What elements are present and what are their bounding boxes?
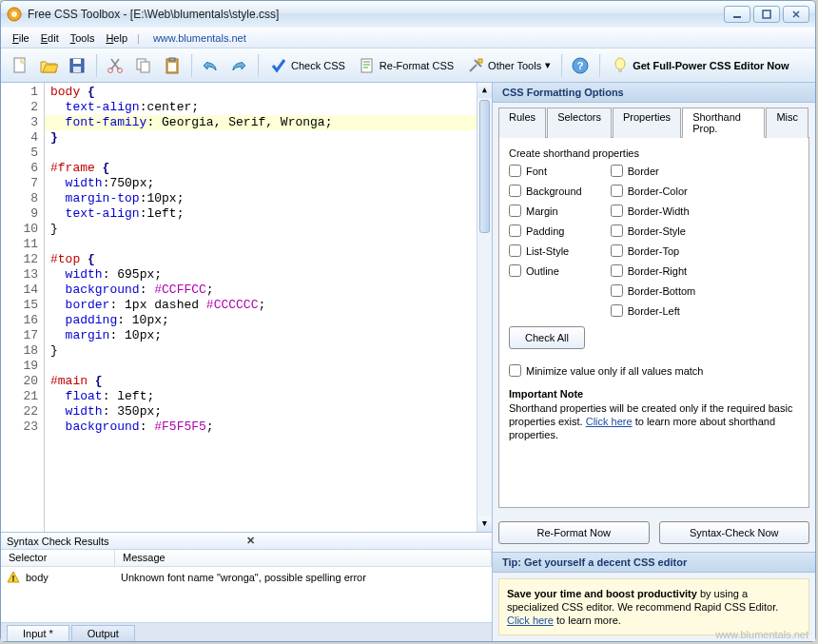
undo-button[interactable] [197,52,224,79]
tip-link[interactable]: Click here [507,615,554,626]
svg-rect-6 [73,59,81,64]
checkbox-border-style[interactable]: Border-Style [611,224,696,237]
tab-properties[interactable]: Properties [613,107,681,138]
checkbox-border-width[interactable]: Border-Width [611,205,696,217]
col-selector[interactable]: Selector [1,550,115,566]
tab-rules[interactable]: Rules [498,107,546,138]
tip-body: Save your time and boost productivity by… [498,578,809,635]
help-button[interactable]: ? [567,52,594,79]
menu-file[interactable]: File [7,30,35,46]
svg-point-9 [118,68,123,72]
svg-rect-3 [763,10,770,18]
svg-rect-14 [168,63,176,71]
reformat-now-button[interactable]: Re-Format Now [498,521,650,544]
scrollbar[interactable]: ▴ ▾ [477,83,492,532]
toolbar: Check CSS Re-Format CSS Other Tools ▾ ? … [1,49,815,83]
svg-text:!: ! [12,574,15,583]
svg-point-19 [615,58,625,69]
col-message[interactable]: Message [115,550,492,566]
svg-rect-2 [733,16,741,18]
tab-misc[interactable]: Misc [766,107,808,138]
lightbulb-icon [612,57,629,74]
svg-rect-15 [361,59,372,72]
paste-button[interactable] [159,52,185,79]
menu-link-blumentals[interactable]: www.blumentals.net [153,32,246,44]
code-editor[interactable]: 1234567891011121314151617181920212223 bo… [1,83,492,532]
svg-text:?: ? [577,60,584,71]
footer-url: www.blumentals.net [715,629,808,640]
new-button[interactable] [7,52,33,79]
scroll-down-button[interactable]: ▾ [477,517,492,532]
checkbox-padding[interactable]: Padding [509,224,582,237]
titlebar: Free CSS Toolbox - [E:\Web\blumentals\st… [1,1,815,28]
svg-rect-20 [618,69,622,72]
syntax-results-title: Syntax Check Results [7,536,246,547]
window-title: Free CSS Toolbox - [E:\Web\blumentals\st… [28,8,724,21]
checkbox-border-top[interactable]: Border-Top [611,244,696,257]
menu-help[interactable]: Help [100,30,133,46]
note-body: Shorthand properties will be created onl… [509,401,799,441]
scroll-up-button[interactable]: ▴ [477,83,492,98]
checkbox-border-bottom[interactable]: Border-Bottom [611,284,696,297]
checkbox-outline[interactable]: Outline [509,264,582,277]
close-syntax-button[interactable]: ✕ [246,535,486,547]
svg-rect-11 [141,62,149,72]
bottom-tabs: Input * Output [1,622,492,641]
copy-button[interactable] [130,52,157,79]
svg-point-8 [108,68,113,72]
note-title: Important Note [509,388,799,400]
options-tabs: Rules Selectors Properties Shorthand Pro… [493,103,815,137]
checkbox-background[interactable]: Background [509,185,582,197]
menu-tools[interactable]: Tools [65,30,101,46]
chevron-down-icon: ▾ [545,59,551,71]
minimize-checkbox[interactable]: Minimize value only if all values match [509,364,799,377]
checkbox-list-style[interactable]: List-Style [509,244,582,257]
warning-icon: ! [7,571,20,584]
svg-rect-13 [169,58,175,61]
formatting-options-header: CSS Formatting Options [493,83,815,103]
svg-rect-7 [73,67,81,72]
app-icon [7,7,22,22]
maximize-button[interactable] [753,6,780,23]
svg-point-1 [11,11,17,17]
check-all-button[interactable]: Check All [509,326,585,349]
redo-button[interactable] [225,52,252,79]
minimize-button[interactable] [724,6,750,23]
note-link[interactable]: Click here [586,416,633,427]
tab-shorthand[interactable]: Shorthand Prop. [682,107,765,138]
line-gutter: 1234567891011121314151617181920212223 [1,83,45,532]
menu-edit[interactable]: Edit [35,30,65,46]
checkbox-font[interactable]: Font [509,165,582,177]
other-tools-button[interactable]: Other Tools ▾ [460,52,557,79]
syntax-check-now-button[interactable]: Syntax-Check Now [659,521,810,544]
scroll-thumb[interactable] [479,100,490,233]
tab-selectors[interactable]: Selectors [547,107,612,138]
checkbox-border[interactable]: Border [611,165,696,177]
menubar: File Edit Tools Help | www.blumentals.ne… [1,28,815,49]
check-css-button[interactable]: Check CSS [263,52,352,79]
tip-header: Tip: Get yourself a decent CSS editor [493,552,815,573]
tab-output[interactable]: Output [71,625,135,641]
save-button[interactable] [64,52,90,79]
svg-rect-16 [478,59,482,63]
checkbox-border-right[interactable]: Border-Right [611,264,696,277]
checkbox-margin[interactable]: Margin [509,205,582,217]
reformat-css-button[interactable]: Re-Format CSS [352,52,460,79]
get-full-button[interactable]: Get Full-Power CSS Editor Now [605,52,795,79]
close-button[interactable] [783,6,809,23]
svg-rect-4 [14,58,25,72]
checkbox-border-left[interactable]: Border-Left [611,304,696,317]
open-button[interactable] [35,52,62,79]
checkbox-border-color[interactable]: Border-Color [611,185,696,197]
panel-subtitle: Create shorthand properties [509,147,799,159]
syntax-results-panel: Syntax Check Results ✕ Selector Message … [1,532,492,622]
tab-input[interactable]: Input * [7,625,69,641]
syntax-row[interactable]: ! body Unknown font name "wronga", possi… [1,567,492,588]
cut-button[interactable] [102,52,128,79]
